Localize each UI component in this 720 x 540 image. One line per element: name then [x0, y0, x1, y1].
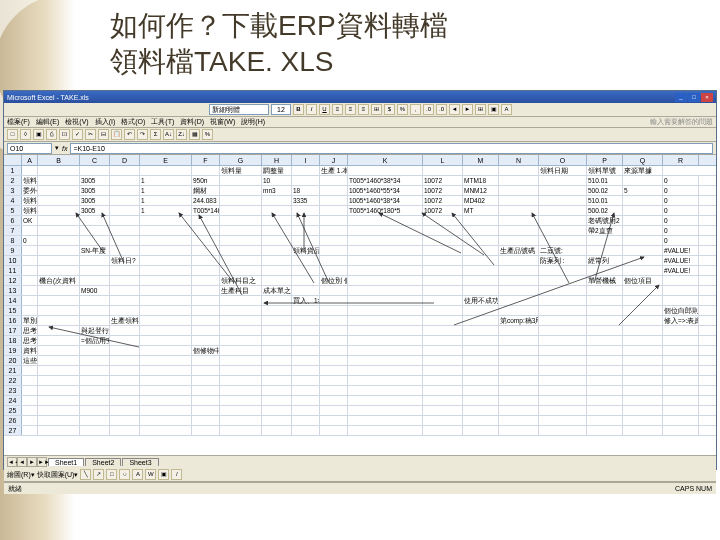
cell[interactable]: 0 — [22, 236, 38, 245]
cell[interactable]: 1 — [140, 196, 192, 205]
font-size-select[interactable]: 12 — [271, 104, 291, 115]
cell[interactable] — [140, 406, 192, 415]
cell[interactable] — [192, 416, 220, 425]
cell[interactable] — [22, 406, 38, 415]
row-header[interactable]: 19 — [4, 346, 22, 355]
row-header[interactable]: 23 — [4, 386, 22, 395]
cell[interactable] — [463, 376, 499, 385]
namebox-dropdown-icon[interactable]: ▾ — [55, 144, 59, 152]
cell[interactable] — [110, 166, 140, 175]
cell[interactable] — [320, 186, 348, 195]
cell[interactable] — [320, 356, 348, 365]
tab-nav-prev[interactable]: ◄ — [17, 457, 27, 467]
cell[interactable] — [320, 236, 348, 245]
cell[interactable] — [623, 406, 663, 415]
cell[interactable] — [192, 226, 220, 235]
cell[interactable] — [220, 366, 262, 375]
cell[interactable] — [140, 256, 192, 265]
preview-button[interactable]: ⊡ — [59, 129, 70, 140]
cell[interactable] — [623, 266, 663, 275]
cell[interactable] — [38, 356, 80, 365]
cell[interactable]: 生產領料: — [110, 316, 140, 325]
cell[interactable] — [220, 246, 262, 255]
cell[interactable] — [38, 216, 80, 225]
cell[interactable] — [320, 256, 348, 265]
redo-button[interactable]: ↷ — [137, 129, 148, 140]
cell[interactable] — [192, 366, 220, 375]
cell[interactable] — [499, 416, 539, 425]
cell[interactable] — [463, 256, 499, 265]
cell[interactable] — [499, 346, 539, 355]
cell[interactable] — [587, 386, 623, 395]
row-header[interactable]: 5 — [4, 206, 22, 215]
cell[interactable] — [80, 316, 110, 325]
cell[interactable]: 防案列 : — [539, 256, 587, 265]
cell[interactable] — [463, 286, 499, 295]
cell[interactable] — [38, 256, 80, 265]
cell[interactable] — [623, 366, 663, 375]
cell[interactable] — [140, 416, 192, 425]
cell[interactable] — [140, 246, 192, 255]
cell[interactable] — [348, 276, 423, 285]
cell[interactable]: 1 — [140, 176, 192, 185]
cell[interactable]: #VALUE! — [663, 256, 699, 265]
cell[interactable]: 10072 — [423, 196, 463, 205]
cell[interactable] — [22, 246, 38, 255]
rect-tool[interactable]: □ — [106, 469, 117, 480]
menu-view[interactable]: 檢視(V) — [65, 117, 88, 127]
cell[interactable] — [140, 226, 192, 235]
row-header[interactable]: 9 — [4, 246, 22, 255]
cell[interactable] — [38, 236, 80, 245]
cell[interactable]: 3005 — [80, 186, 110, 195]
cell[interactable] — [192, 246, 220, 255]
cell[interactable] — [623, 226, 663, 235]
cell[interactable] — [192, 336, 220, 345]
cell[interactable] — [22, 226, 38, 235]
cell[interactable]: 來源單據 — [623, 166, 663, 175]
comma-button[interactable]: , — [410, 104, 421, 115]
italic-button[interactable]: I — [306, 104, 317, 115]
cell[interactable] — [262, 426, 292, 435]
cell[interactable] — [539, 366, 587, 375]
cell[interactable] — [292, 326, 320, 335]
cell[interactable] — [140, 276, 192, 285]
cell[interactable] — [587, 376, 623, 385]
cell[interactable] — [499, 376, 539, 385]
cell[interactable] — [320, 426, 348, 435]
col-G[interactable]: G — [220, 155, 262, 165]
cell[interactable]: MTM18 — [463, 176, 499, 185]
cell[interactable] — [623, 316, 663, 325]
cell[interactable] — [38, 426, 80, 435]
cell[interactable] — [587, 286, 623, 295]
cell[interactable] — [80, 346, 110, 355]
cell[interactable] — [499, 396, 539, 405]
cell[interactable] — [292, 336, 320, 345]
cell[interactable]: 3335 — [292, 196, 320, 205]
cell[interactable]: 思考正: — [22, 336, 38, 345]
cell[interactable] — [348, 416, 423, 425]
cell[interactable] — [22, 426, 38, 435]
cell[interactable] — [663, 406, 699, 415]
cell[interactable]: 10 — [262, 176, 292, 185]
cell[interactable] — [499, 326, 539, 335]
cell[interactable] — [663, 426, 699, 435]
cell[interactable] — [110, 206, 140, 215]
font-name-select[interactable]: 新細明體 — [209, 104, 269, 115]
cell[interactable] — [623, 376, 663, 385]
cell[interactable] — [192, 166, 220, 175]
cell[interactable] — [423, 356, 463, 365]
cell[interactable] — [110, 376, 140, 385]
cell[interactable] — [663, 296, 699, 305]
cell[interactable] — [140, 236, 192, 245]
cell[interactable] — [539, 356, 587, 365]
cell[interactable] — [110, 176, 140, 185]
cell[interactable]: 3005 — [80, 206, 110, 215]
cell[interactable] — [140, 386, 192, 395]
cell[interactable] — [140, 166, 192, 175]
cell[interactable] — [140, 286, 192, 295]
cell[interactable] — [38, 196, 80, 205]
cell[interactable] — [110, 236, 140, 245]
cell[interactable] — [423, 426, 463, 435]
cell[interactable] — [110, 286, 140, 295]
cell[interactable] — [22, 396, 38, 405]
